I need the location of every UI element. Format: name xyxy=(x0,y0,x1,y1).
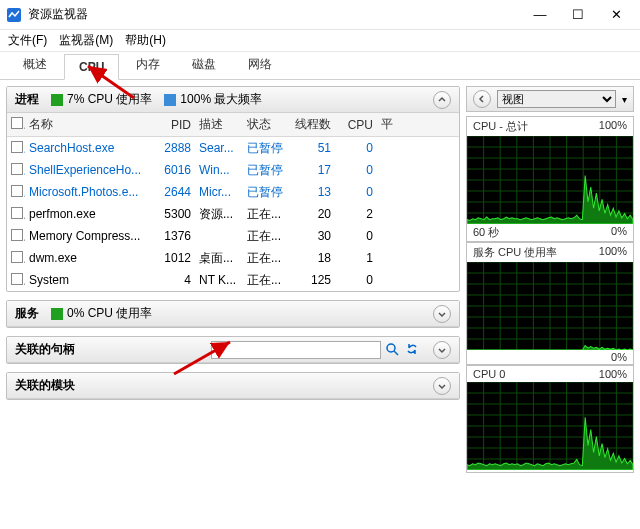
cell-status: 正在... xyxy=(243,250,287,267)
expand-services-icon[interactable] xyxy=(433,305,451,323)
chart: 服务 CPU 使用率100%0% xyxy=(466,242,634,365)
cell-pid: 4 xyxy=(153,273,195,287)
cell-threads: 51 xyxy=(287,141,335,155)
services-cpu-label: 0% CPU 使用率 xyxy=(67,305,152,322)
modules-title: 关联的模块 xyxy=(15,377,75,394)
svg-line-2 xyxy=(394,351,398,355)
cell-cpu: 0 xyxy=(335,273,377,287)
titlebar: 资源监视器 — ☐ ✕ xyxy=(0,0,640,30)
col-avg[interactable]: 平 xyxy=(377,116,405,133)
table-row[interactable]: ShellExperienceHo...6016Win...已暂停170 xyxy=(7,159,459,181)
cell-cpu: 1 xyxy=(335,251,377,265)
cell-status: 已暂停 xyxy=(243,140,287,157)
tab-cpu[interactable]: CPU xyxy=(64,54,119,80)
cell-name: System xyxy=(25,273,153,287)
row-checkbox[interactable] xyxy=(11,163,23,175)
table-row[interactable]: dwm.exe1012桌面...正在...181 xyxy=(7,247,459,269)
chart-title: CPU - 总计 xyxy=(473,119,528,134)
table-row[interactable]: System4NT K...正在...1250 xyxy=(7,269,459,291)
cell-status: 已暂停 xyxy=(243,184,287,201)
menu-help[interactable]: 帮助(H) xyxy=(125,32,166,49)
window-title: 资源监视器 xyxy=(28,6,528,23)
processes-panel: 进程 7% CPU 使用率 100% 最大频率 名称 PID 描述 状态 线程数… xyxy=(6,86,460,292)
cell-desc: Sear... xyxy=(195,141,243,155)
chart-min: 0% xyxy=(611,225,627,240)
cell-cpu: 0 xyxy=(335,141,377,155)
view-select[interactable]: 视图 xyxy=(497,90,616,108)
table-row[interactable]: SearchHost.exe2888Sear...已暂停510 xyxy=(7,137,459,159)
cell-status: 正在... xyxy=(243,206,287,223)
maximize-button[interactable]: ☐ xyxy=(566,7,590,22)
row-checkbox[interactable] xyxy=(11,229,23,241)
cpu-usage-label: 7% CPU 使用率 xyxy=(67,91,152,108)
search-icon[interactable] xyxy=(385,342,401,358)
charts-header: 视图 ▾ xyxy=(466,86,634,112)
cell-desc: Micr... xyxy=(195,185,243,199)
expand-handles-icon[interactable] xyxy=(433,341,451,359)
chart-xlabel: 60 秒 xyxy=(473,225,499,240)
app-icon xyxy=(6,7,22,23)
cell-cpu: 0 xyxy=(335,229,377,243)
cell-cpu: 0 xyxy=(335,185,377,199)
row-checkbox[interactable] xyxy=(11,251,23,263)
col-status[interactable]: 状态 xyxy=(243,116,287,133)
col-desc[interactable]: 描述 xyxy=(195,116,243,133)
chart: CPU - 总计100%60 秒0% xyxy=(466,116,634,242)
chart-title: CPU 0 xyxy=(473,368,505,380)
row-checkbox[interactable] xyxy=(11,185,23,197)
max-freq-label: 100% 最大频率 xyxy=(180,91,262,108)
cell-threads: 125 xyxy=(287,273,335,287)
menu-monitor[interactable]: 监视器(M) xyxy=(59,32,113,49)
cell-pid: 1012 xyxy=(153,251,195,265)
modules-panel: 关联的模块 xyxy=(6,372,460,400)
tab-overview[interactable]: 概述 xyxy=(8,50,62,79)
svg-point-1 xyxy=(387,344,395,352)
process-table-header: 名称 PID 描述 状态 线程数 CPU 平 xyxy=(7,113,459,137)
expand-modules-icon[interactable] xyxy=(433,377,451,395)
minimize-button[interactable]: — xyxy=(528,7,552,22)
table-row[interactable]: perfmon.exe5300资源...正在...202 xyxy=(7,203,459,225)
processes-title: 进程 xyxy=(15,91,39,108)
cell-threads: 17 xyxy=(287,163,335,177)
cell-status: 正在... xyxy=(243,228,287,245)
collapse-processes-icon[interactable] xyxy=(433,91,451,109)
services-title: 服务 xyxy=(15,305,39,322)
dropdown-icon[interactable]: ▾ xyxy=(622,94,627,105)
refresh-icon[interactable] xyxy=(405,342,421,358)
handles-search-input[interactable] xyxy=(211,341,381,359)
cell-pid: 5300 xyxy=(153,207,195,221)
table-row[interactable]: Memory Compress...1376正在...300 xyxy=(7,225,459,247)
collapse-charts-icon[interactable] xyxy=(473,90,491,108)
col-pid[interactable]: PID xyxy=(153,118,195,132)
select-all-checkbox[interactable] xyxy=(11,117,23,129)
row-checkbox[interactable] xyxy=(11,141,23,153)
table-row[interactable]: Microsoft.Photos.e...2644Micr...已暂停130 xyxy=(7,181,459,203)
cell-name: Microsoft.Photos.e... xyxy=(25,185,153,199)
tab-memory[interactable]: 内存 xyxy=(121,50,175,79)
chart-max: 100% xyxy=(599,245,627,260)
handles-title: 关联的句柄 xyxy=(15,341,75,358)
col-name[interactable]: 名称 xyxy=(25,116,153,133)
chart-max: 100% xyxy=(599,119,627,134)
chart-title: 服务 CPU 使用率 xyxy=(473,245,557,260)
col-cpu[interactable]: CPU xyxy=(335,118,377,132)
cell-pid: 6016 xyxy=(153,163,195,177)
row-checkbox[interactable] xyxy=(11,207,23,219)
cell-desc: 桌面... xyxy=(195,250,243,267)
row-checkbox[interactable] xyxy=(11,273,23,285)
chart: CPU 0100% xyxy=(466,365,634,473)
close-button[interactable]: ✕ xyxy=(604,7,628,22)
cell-name: Memory Compress... xyxy=(25,229,153,243)
cell-pid: 1376 xyxy=(153,229,195,243)
cell-cpu: 0 xyxy=(335,163,377,177)
col-threads[interactable]: 线程数 xyxy=(287,116,335,133)
tab-network[interactable]: 网络 xyxy=(233,50,287,79)
cell-pid: 2888 xyxy=(153,141,195,155)
menu-file[interactable]: 文件(F) xyxy=(8,32,47,49)
cell-desc: 资源... xyxy=(195,206,243,223)
tab-disk[interactable]: 磁盘 xyxy=(177,50,231,79)
cell-pid: 2644 xyxy=(153,185,195,199)
cpu-usage-icon xyxy=(51,94,63,106)
tab-bar: 概述 CPU 内存 磁盘 网络 xyxy=(0,52,640,80)
chart-min: 0% xyxy=(611,351,627,363)
